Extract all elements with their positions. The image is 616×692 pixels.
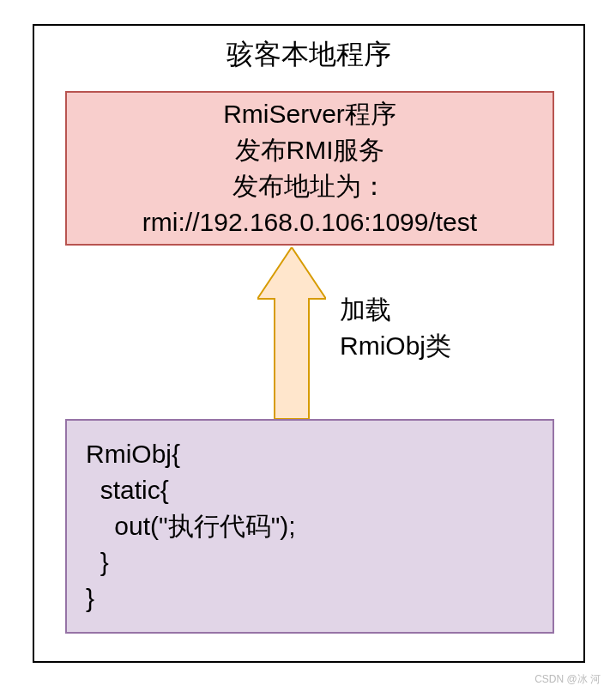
- server-line-2: 发布RMI服务: [235, 132, 385, 168]
- arrow-polygon: [257, 247, 326, 419]
- server-line-1: RmiServer程序: [223, 96, 396, 132]
- rmi-server-box: RmiServer程序 发布RMI服务 发布地址为： rmi://192.168…: [65, 91, 554, 246]
- arrow-up-icon: [257, 247, 326, 419]
- diagram-title: 骇客本地程序: [34, 26, 583, 74]
- rmi-obj-code-box: RmiObj{ static{ out("执行代码"); } }: [65, 419, 554, 634]
- diagram-container: 骇客本地程序 RmiServer程序 发布RMI服务 发布地址为： rmi://…: [33, 24, 585, 663]
- watermark: CSDN @冰 河: [534, 672, 601, 687]
- arrow-label: 加载 RmiObj类: [340, 292, 451, 364]
- server-line-3: 发布地址为：: [233, 168, 387, 204]
- arrow-label-line-2: RmiObj类: [340, 328, 451, 364]
- load-arrow: [257, 247, 326, 419]
- server-line-4: rmi://192.168.0.106:1099/test: [142, 204, 477, 240]
- arrow-label-line-1: 加载: [340, 292, 451, 328]
